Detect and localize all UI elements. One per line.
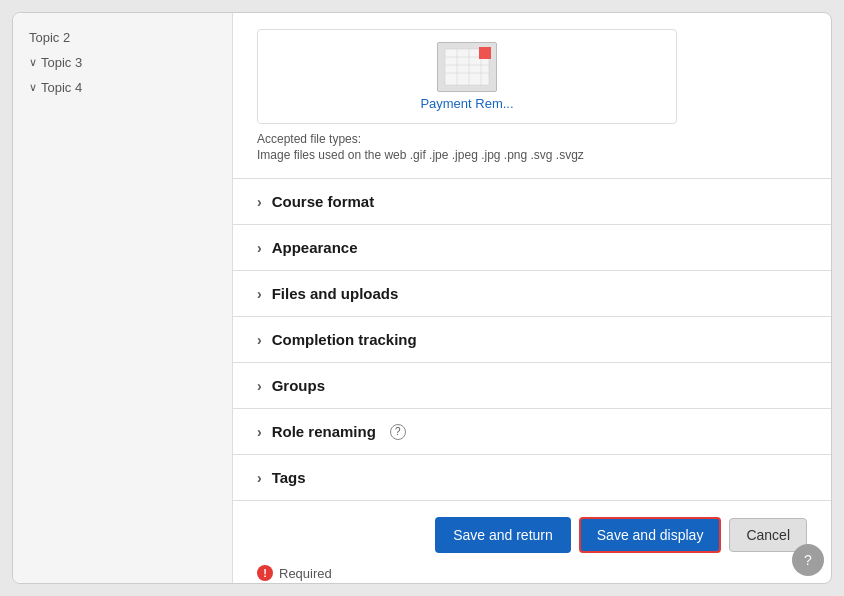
sidebar: Topic 2 ∨ Topic 3 ∨ Topic 4 <box>13 13 233 583</box>
accepted-types: Image files used on the web .gif .jpe .j… <box>257 148 807 162</box>
accordion-list: › Course format › Appearance › Files and… <box>233 178 831 501</box>
required-note: ! Required <box>233 561 831 583</box>
accordion-title-files-uploads: Files and uploads <box>272 285 399 302</box>
sidebar-topic2-label: Topic 2 <box>29 30 70 45</box>
accordion-title-completion-tracking: Completion tracking <box>272 331 417 348</box>
sidebar-topic4-label: Topic 4 <box>41 80 82 95</box>
file-name-link[interactable]: Payment Rem... <box>420 96 513 111</box>
accordion-title-course-format: Course format <box>272 193 375 210</box>
accordion-item-appearance[interactable]: › Appearance <box>233 224 831 270</box>
chevron-completion-tracking-icon: › <box>257 332 262 348</box>
sidebar-topic3-label: Topic 3 <box>41 55 82 70</box>
sidebar-item-topic2[interactable]: Topic 2 <box>13 25 232 50</box>
accepted-label: Accepted file types: <box>257 132 807 146</box>
accordion-item-files-uploads[interactable]: › Files and uploads <box>233 270 831 316</box>
accordion-item-groups[interactable]: › Groups <box>233 362 831 408</box>
role-renaming-help-icon[interactable]: ? <box>390 424 406 440</box>
svg-rect-8 <box>479 47 491 59</box>
chevron-role-renaming-icon: › <box>257 424 262 440</box>
chevron-course-format-icon: › <box>257 194 262 210</box>
file-section: Payment Rem... Accepted file types: Imag… <box>233 13 831 162</box>
cancel-button[interactable]: Cancel <box>729 518 807 552</box>
action-bar: Save and return Save and display Cancel <box>233 501 831 561</box>
file-thumbnail <box>437 42 497 92</box>
sidebar-item-topic3[interactable]: ∨ Topic 3 <box>13 50 232 75</box>
accordion-title-groups: Groups <box>272 377 325 394</box>
save-return-button[interactable]: Save and return <box>435 517 571 553</box>
file-preview-box: Payment Rem... <box>257 29 677 124</box>
chevron-topic4-icon: ∨ <box>29 81 37 94</box>
chevron-files-uploads-icon: › <box>257 286 262 302</box>
chevron-appearance-icon: › <box>257 240 262 256</box>
sidebar-item-topic4[interactable]: ∨ Topic 4 <box>13 75 232 100</box>
chevron-groups-icon: › <box>257 378 262 394</box>
accordion-item-role-renaming[interactable]: › Role renaming ? <box>233 408 831 454</box>
accordion-title-appearance: Appearance <box>272 239 358 256</box>
chevron-tags-icon: › <box>257 470 262 486</box>
accordion-item-tags[interactable]: › Tags <box>233 454 831 501</box>
chevron-topic3-icon: ∨ <box>29 56 37 69</box>
required-icon: ! <box>257 565 273 581</box>
required-label: Required <box>279 566 332 581</box>
accordion-item-completion-tracking[interactable]: › Completion tracking <box>233 316 831 362</box>
thumbnail-image <box>441 45 493 89</box>
accordion-title-role-renaming: Role renaming <box>272 423 376 440</box>
corner-help-button[interactable]: ? <box>792 544 824 576</box>
accordion-title-tags: Tags <box>272 469 306 486</box>
main-content: Payment Rem... Accepted file types: Imag… <box>233 13 831 583</box>
accordion-item-course-format[interactable]: › Course format <box>233 178 831 224</box>
save-display-button[interactable]: Save and display <box>579 517 722 553</box>
